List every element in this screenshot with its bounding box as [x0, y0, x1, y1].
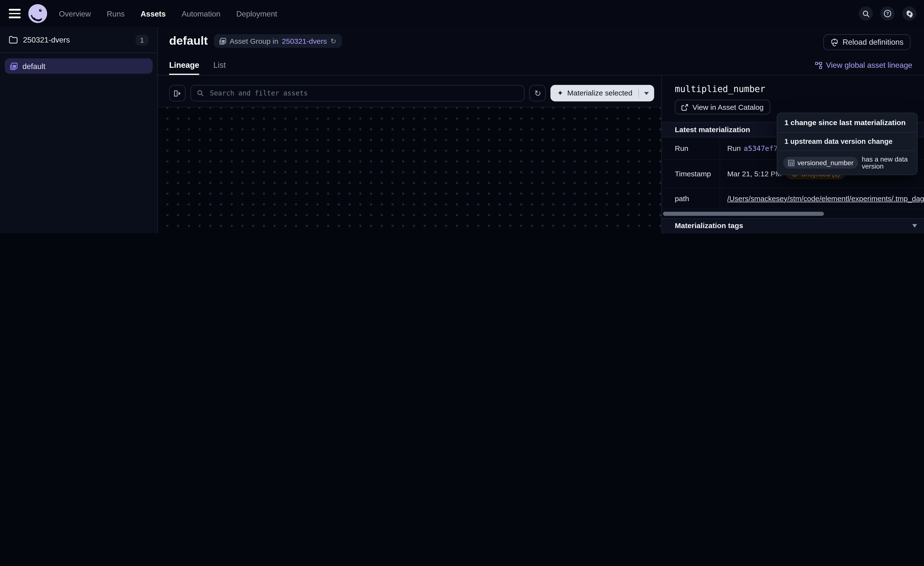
asset-group-chip[interactable]: Asset Group in 250321-dvers ↻: [214, 34, 342, 48]
asset-search-box[interactable]: [190, 85, 525, 102]
app-window: Overview Runs Assets Automation Deployme…: [0, 0, 924, 233]
reload-definitions-label: Reload definitions: [842, 38, 903, 47]
section-label: Materialization tags: [675, 222, 743, 230]
svg-text:?: ?: [886, 11, 889, 16]
tab-list[interactable]: List: [213, 61, 226, 75]
run-id-link[interactable]: a5347ef7: [744, 144, 778, 152]
row-label-timestamp: Timestamp: [662, 160, 720, 188]
sidebar-item-default-group[interactable]: default: [4, 58, 153, 74]
sidebar-project-count-badge: 1: [135, 35, 148, 45]
asset-key-chip[interactable]: versioned_number: [783, 157, 858, 169]
nav-item-assets[interactable]: Assets: [141, 9, 166, 18]
popup-title: 1 change since last materialization: [777, 113, 917, 132]
popup-message: has a new data version: [862, 156, 911, 170]
settings-gear-icon[interactable]: [902, 6, 916, 21]
view-global-asset-lineage-label: View global asset lineage: [826, 61, 912, 69]
help-icon[interactable]: ?: [880, 6, 895, 21]
table-icon: [788, 160, 795, 166]
sidebar-project-row[interactable]: 250321-dvers 1: [0, 27, 158, 53]
panel-asset-title: multiplied_number: [675, 84, 911, 95]
nav-item-deployment[interactable]: Deployment: [236, 9, 277, 18]
asset-group-icon: [10, 62, 18, 70]
row-label-run: Run: [662, 137, 720, 160]
lineage-canvas[interactable]: versioned_number No description Material…: [158, 107, 662, 233]
reload-definitions-icon: [830, 38, 838, 47]
nav-links: Overview Runs Assets Automation Deployme…: [59, 9, 277, 18]
folder-icon: [9, 36, 18, 44]
tab-lineage[interactable]: Lineage: [169, 61, 200, 75]
hamburger-menu-icon[interactable]: [9, 9, 21, 18]
horizontal-scrollbar[interactable]: [663, 212, 824, 216]
page-header: default Asset Group in 250321-dvers ↻: [158, 27, 924, 75]
asset-details-panel: multiplied_number View in Asset Catalog …: [662, 75, 924, 233]
asset-search-input[interactable]: [208, 89, 518, 98]
nav-item-automation[interactable]: Automation: [182, 9, 220, 18]
row-value-path: /Users/smackesey/stm/code/elementl/exper…: [720, 188, 924, 209]
section-materialization-tags[interactable]: Materialization tags: [662, 218, 924, 233]
materialize-selected-label: Materialize selected: [567, 89, 632, 98]
sidebar-project-name: 250321-dvers: [23, 35, 130, 44]
view-in-asset-catalog-button[interactable]: View in Asset Catalog: [675, 99, 770, 114]
nav-item-overview[interactable]: Overview: [59, 9, 91, 18]
external-link-icon: [681, 104, 688, 110]
page-title: default: [169, 34, 208, 48]
lineage-graph-icon: [815, 62, 822, 69]
top-nav: Overview Runs Assets Automation Deployme…: [0, 0, 924, 27]
view-tabs: Lineage List: [169, 61, 226, 75]
search-icon[interactable]: [859, 6, 873, 21]
nav-item-runs[interactable]: Runs: [107, 9, 125, 18]
search-icon: [197, 90, 204, 97]
graph-toolbar: ↻ ✦ Materialize selected: [158, 75, 662, 107]
dagster-logo[interactable]: [28, 4, 47, 23]
expand-panel-icon[interactable]: [169, 85, 186, 102]
popup-subtitle: 1 upstream data version change: [777, 132, 917, 151]
materialize-dropdown-caret[interactable]: [639, 92, 654, 95]
chevron-down-icon[interactable]: [912, 224, 917, 227]
path-link[interactable]: /Users/smackesey/stm/code/elementl/exper…: [728, 194, 924, 203]
sidebar-item-label: default: [22, 62, 45, 71]
sparkle-icon: ✦: [557, 90, 563, 97]
asset-group-icon: [219, 38, 226, 44]
row-label-path: path: [662, 188, 720, 209]
changes-popup: 1 change since last materialization 1 up…: [777, 113, 918, 175]
asset-key-chip-label: versioned_number: [797, 159, 854, 166]
refresh-graph-icon[interactable]: ↻: [530, 85, 546, 102]
refresh-icon[interactable]: ↻: [330, 37, 336, 45]
materialize-selected-button[interactable]: ✦ Materialize selected: [550, 85, 654, 102]
nav-icon-group: ?: [859, 6, 916, 21]
sidebar: 250321-dvers 1 default 250321-dvers ↻: [0, 27, 158, 233]
view-in-asset-catalog-label: View in Asset Catalog: [692, 103, 764, 111]
section-label: Latest materialization: [675, 126, 750, 134]
chip-project-link[interactable]: 250321-dvers: [282, 37, 327, 45]
chip-prefix: Asset Group in: [230, 37, 279, 45]
view-global-asset-lineage-link[interactable]: View global asset lineage: [815, 61, 912, 69]
reload-definitions-button[interactable]: Reload definitions: [823, 34, 910, 50]
